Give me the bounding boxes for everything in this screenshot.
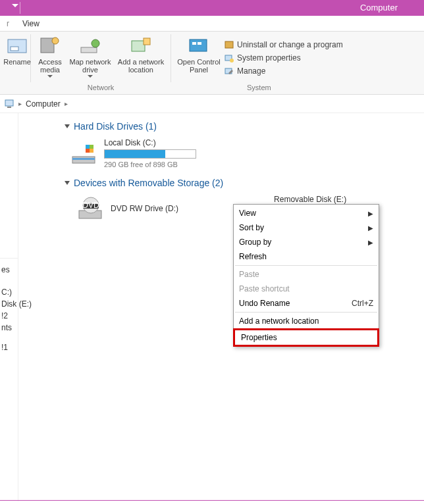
- system-properties-label: System properties: [237, 53, 301, 63]
- map-network-drive-button[interactable]: Map network drive: [66, 34, 114, 79]
- ctx-refresh[interactable]: Refresh: [235, 249, 377, 264]
- system-properties-icon: [224, 53, 234, 63]
- ctx-properties[interactable]: Properties: [235, 330, 377, 345]
- drive-local-usage-bar: [104, 149, 196, 159]
- drive-local-c[interactable]: Local Disk (C:) 290 GB free of 898 GB: [65, 137, 416, 178]
- breadcrumb-computer[interactable]: Computer: [24, 99, 62, 109]
- ribbon-group-organize: Rename: [0, 32, 30, 94]
- svg-text:DVD: DVD: [82, 201, 99, 210]
- submenu-arrow-icon: ▶: [368, 224, 373, 232]
- uninstall-program-button[interactable]: Uninstall or change a program: [224, 38, 343, 51]
- submenu-arrow-icon: ▶: [368, 239, 373, 246]
- ctx-undo-rename[interactable]: Undo Rename Ctrl+Z: [235, 296, 377, 311]
- open-control-panel-label: Open Control Panel: [176, 58, 221, 74]
- section-removable-header[interactable]: Devices with Removable Storage (2): [65, 178, 416, 188]
- rename-button[interactable]: Rename: [4, 34, 30, 67]
- section-hdd-label: Hard Disk Drives (1): [74, 121, 157, 132]
- qat-dropdown-icon[interactable]: [12, 4, 18, 7]
- drive-dvd-name: DVD RW Drive (D:): [111, 204, 178, 213]
- ctx-view[interactable]: View ▶: [235, 206, 377, 220]
- drive-removable-name: Removable Disk (E:): [274, 195, 346, 204]
- ctx-sort-by-label: Sort by: [239, 223, 264, 232]
- tab-partial[interactable]: r: [0, 16, 16, 31]
- ctx-sort-by[interactable]: Sort by ▶: [235, 220, 377, 235]
- drive-dvd-d[interactable]: DVD DVD RW Drive (D:): [71, 195, 178, 221]
- nav-item[interactable]: Disk (E:): [0, 298, 18, 310]
- svg-rect-6: [132, 41, 145, 51]
- svg-rect-4: [81, 47, 97, 53]
- nav-item[interactable]: !1: [0, 341, 18, 353]
- manage-label: Manage: [237, 66, 265, 76]
- ribbon-network-label: Network: [35, 82, 167, 93]
- add-network-location-button[interactable]: Add a network location: [115, 34, 167, 79]
- uninstall-label: Uninstall or change a program: [237, 40, 343, 49]
- svg-rect-10: [198, 42, 201, 45]
- window-title: Computer: [360, 3, 398, 13]
- drive-local-meta: Local Disk (C:) 290 GB free of 898 GB: [104, 138, 196, 168]
- nav-item[interactable]: C:): [0, 286, 18, 298]
- dvd-drive-icon: DVD: [78, 196, 104, 221]
- computer-icon: [4, 98, 16, 110]
- open-control-panel-button[interactable]: Open Control Panel: [175, 34, 223, 78]
- add-network-location-icon: [129, 36, 153, 57]
- chevron-right-icon-2[interactable]: ▸: [62, 100, 70, 107]
- drive-local-free: 290 GB free of 898 GB: [104, 161, 196, 168]
- ctx-paste-label: Paste: [239, 270, 259, 279]
- section-removable-label: Devices with Removable Storage (2): [74, 178, 223, 188]
- context-menu: View ▶ Sort by ▶ Group by ▶ Refresh Past…: [233, 204, 379, 347]
- rename-label: Rename: [3, 58, 31, 66]
- nav-item[interactable]: nts: [0, 322, 18, 334]
- system-properties-button[interactable]: System properties: [224, 51, 343, 64]
- ctx-add-network-location[interactable]: Add a network location: [235, 314, 377, 328]
- manage-button[interactable]: Manage: [224, 64, 343, 78]
- nav-item[interactable]: es: [0, 264, 18, 276]
- ctx-paste-shortcut: Paste shortcut: [235, 282, 377, 296]
- ctx-undo-rename-shortcut: Ctrl+Z: [352, 299, 373, 308]
- nav-list: es C:) Disk (E:) !2 nts !1: [0, 258, 18, 353]
- ctx-group-by[interactable]: Group by ▶: [235, 235, 377, 249]
- map-network-drive-label: Map network drive: [68, 58, 113, 74]
- title-bar: Computer: [0, 0, 424, 16]
- svg-rect-1: [11, 47, 18, 51]
- ribbon-group-system: Open Control Panel Uninstall or change a…: [171, 32, 347, 94]
- collapse-icon: [65, 124, 70, 128]
- ctx-refresh-label: Refresh: [239, 252, 267, 261]
- add-network-location-label: Add a network location: [117, 58, 165, 74]
- title-separator: [20, 2, 20, 14]
- ribbon: Rename Access media Map network drive: [0, 32, 424, 95]
- svg-rect-7: [144, 38, 150, 45]
- map-network-drive-dropdown-icon: [88, 75, 93, 78]
- ctx-undo-rename-label: Undo Rename: [239, 299, 290, 308]
- manage-icon: [224, 66, 234, 76]
- svg-rect-8: [190, 39, 207, 51]
- rename-icon: [5, 36, 29, 57]
- svg-rect-20: [90, 145, 93, 149]
- svg-rect-9: [192, 42, 196, 45]
- ctx-group-by-label: Group by: [239, 238, 271, 247]
- svg-point-3: [52, 38, 59, 44]
- svg-rect-11: [225, 41, 233, 48]
- svg-rect-21: [86, 149, 90, 153]
- drive-local-name: Local Disk (C:): [104, 138, 196, 147]
- ctx-paste-shortcut-label: Paste shortcut: [239, 284, 290, 293]
- section-hdd-header[interactable]: Hard Disk Drives (1): [65, 121, 416, 132]
- access-media-icon: [38, 36, 62, 57]
- navigation-pane[interactable]: es C:) Disk (E:) !2 nts !1: [0, 113, 18, 501]
- chevron-right-icon[interactable]: ▸: [16, 100, 24, 107]
- tab-view[interactable]: View: [16, 16, 46, 31]
- svg-point-13: [230, 59, 234, 63]
- ribbon-system-label: System: [175, 82, 343, 93]
- system-subgroup: Uninstall or change a program System pro…: [224, 34, 343, 78]
- address-bar[interactable]: ▸ Computer ▸: [0, 95, 424, 113]
- ribbon-group-network: Access media Map network drive Add a net…: [31, 32, 171, 94]
- ctx-add-network-location-label: Add a network location: [239, 316, 319, 326]
- access-media-button[interactable]: Access media: [35, 34, 65, 79]
- collapse-icon-2: [65, 181, 70, 185]
- svg-rect-18: [72, 158, 95, 160]
- ctx-view-label: View: [239, 209, 256, 218]
- ctx-properties-highlight: Properties: [233, 328, 379, 347]
- nav-item[interactable]: !2: [0, 310, 18, 322]
- svg-rect-19: [86, 145, 90, 149]
- svg-rect-15: [5, 100, 13, 106]
- svg-point-5: [92, 39, 99, 47]
